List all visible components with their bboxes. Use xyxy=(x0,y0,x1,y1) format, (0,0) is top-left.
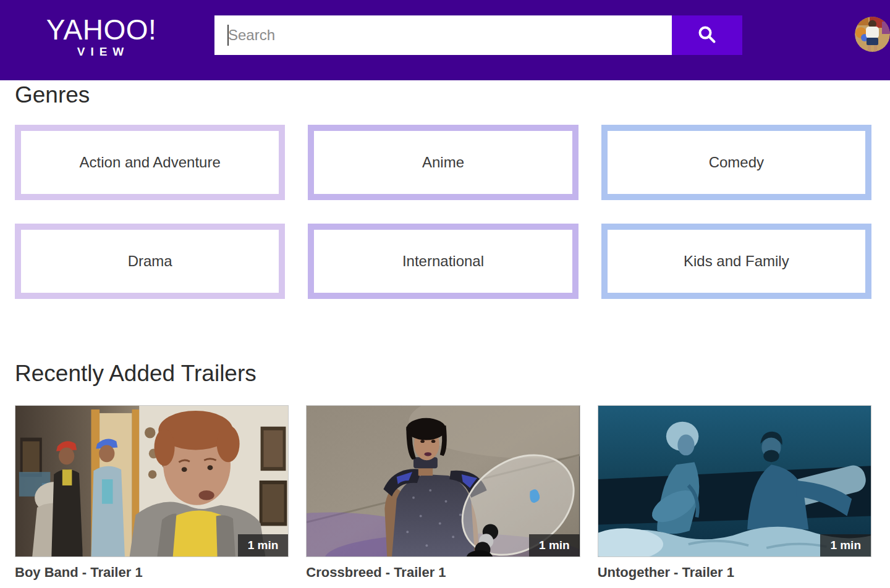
search-bar xyxy=(214,15,742,55)
genre-button-comedy[interactable]: Comedy xyxy=(601,125,871,200)
boy-band-thumbnail: 1 min xyxy=(15,405,289,557)
trailer-title: Crossbreed - Trailer 1 xyxy=(306,565,580,581)
search-button[interactable] xyxy=(672,15,742,55)
recently-added-trailers-section: Recently Added Trailers xyxy=(15,361,871,581)
duration-badge: 1 min xyxy=(238,534,289,556)
trailer-card-crossbreed[interactable]: 1 min Crossbreed - Trailer 1 xyxy=(306,405,580,581)
genre-button-anime[interactable]: Anime xyxy=(308,125,578,200)
genre-grid: Action and Adventure Anime Comedy Drama … xyxy=(15,125,871,299)
crossbreed-thumbnail: 1 min xyxy=(306,405,580,557)
genres-section: Genres Action and Adventure Anime Comedy… xyxy=(15,82,871,299)
trailer-grid: 1 min Boy Band - Trailer 1 xyxy=(15,405,871,581)
trailers-heading: Recently Added Trailers xyxy=(15,361,871,387)
genre-button-kids-and-family[interactable]: Kids and Family xyxy=(601,224,871,299)
genre-button-action-and-adventure[interactable]: Action and Adventure xyxy=(15,125,285,200)
genre-button-international[interactable]: International xyxy=(308,224,578,299)
logo-wordmark: YAHOO! xyxy=(46,15,157,44)
yahoo-view-logo[interactable]: YAHOO! VIEW xyxy=(46,15,157,59)
trailer-card-boy-band[interactable]: 1 min Boy Band - Trailer 1 xyxy=(15,405,289,581)
trailer-title: Boy Band - Trailer 1 xyxy=(15,565,289,581)
untogether-thumbnail: 1 min xyxy=(598,405,871,557)
genre-button-drama[interactable]: Drama xyxy=(15,224,285,299)
app-header: YAHOO! VIEW xyxy=(0,0,890,80)
duration-badge: 1 min xyxy=(820,534,871,556)
logo-subtitle: VIEW xyxy=(46,45,157,59)
trailer-title: Untogether - Trailer 1 xyxy=(598,565,871,581)
search-input[interactable] xyxy=(214,15,672,55)
trailer-card-untogether[interactable]: 1 min Untogether - Trailer 1 xyxy=(598,405,871,581)
avatar-image xyxy=(855,17,890,52)
user-avatar[interactable] xyxy=(855,17,890,52)
main-content: Genres Action and Adventure Anime Comedy… xyxy=(0,82,890,581)
genres-heading: Genres xyxy=(15,82,871,109)
duration-badge: 1 min xyxy=(529,534,580,556)
search-icon xyxy=(697,25,718,46)
